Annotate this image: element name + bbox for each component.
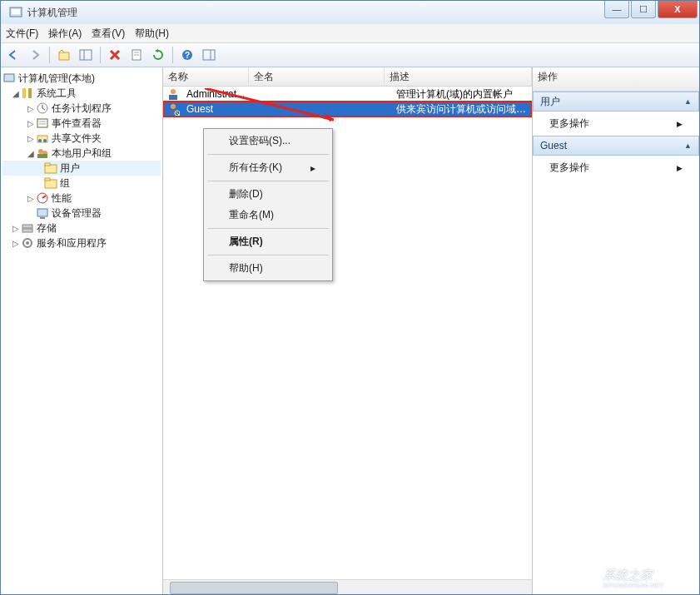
user-icon — [166, 87, 180, 101]
app-window: 计算机管理 — ☐ X 文件(F) 操作(A) 查看(V) 帮助(H) ? 计算… — [0, 0, 700, 595]
col-desc[interactable]: 描述 — [385, 67, 532, 86]
menu-help[interactable]: 帮助(H) — [135, 27, 169, 41]
svg-rect-39 — [169, 95, 177, 100]
menu-view[interactable]: 查看(V) — [92, 27, 125, 41]
refresh-button[interactable] — [149, 46, 167, 64]
help-button[interactable]: ? — [178, 46, 196, 64]
col-name[interactable]: 名称 — [163, 67, 249, 86]
delete-button[interactable] — [106, 46, 124, 64]
actions-pane: 操作 用户▲ 更多操作▶ Guest▲ 更多操作▶ — [533, 67, 699, 594]
ctx-set-password[interactable]: 设置密码(S)... — [206, 131, 330, 151]
action-pane-button[interactable] — [200, 46, 218, 64]
svg-rect-2 — [59, 52, 69, 60]
tree-shared-folders[interactable]: ▷共享文件夹 — [2, 131, 161, 146]
svg-rect-28 — [45, 178, 50, 181]
svg-rect-31 — [40, 217, 45, 219]
ctx-properties[interactable]: 属性(R) — [206, 231, 330, 252]
svg-point-21 — [43, 139, 47, 142]
window-title: 计算机管理 — [27, 6, 696, 20]
forward-button[interactable] — [26, 46, 44, 64]
context-menu: 设置密码(S)... 所有任务(K)▸ 删除(D) 重命名(M) 属性(R) 帮… — [203, 128, 333, 281]
action-more-users[interactable]: 更多操作▶ — [533, 112, 699, 136]
back-button[interactable] — [4, 46, 22, 64]
submenu-arrow-icon: ▸ — [310, 162, 315, 174]
svg-rect-14 — [28, 88, 32, 98]
tree-local-users-groups[interactable]: ◢本地用户和组 — [2, 146, 161, 161]
user-list[interactable]: Administrat... 管理计算机(域)的内置帐户 Guest 供来宾访问… — [163, 87, 532, 579]
tree-device-manager[interactable]: 设备管理器 — [2, 206, 161, 221]
collapse-icon: ▲ — [684, 141, 692, 150]
tree-event-viewer[interactable]: ▷事件查看器 — [2, 116, 161, 131]
tree-services-apps[interactable]: ▷服务和应用程序 — [2, 236, 161, 250]
action-more-guest[interactable]: 更多操作▶ — [533, 156, 699, 180]
scrollbar-thumb[interactable] — [170, 582, 338, 594]
menu-action[interactable]: 操作(A) — [48, 27, 82, 41]
svg-rect-10 — [203, 50, 215, 60]
nav-tree[interactable]: 计算机管理(本地) ◢系统工具 ▷任务计划程序 ▷事件查看器 ▷共享文件夹 ◢本… — [1, 67, 163, 594]
properties-button[interactable] — [127, 46, 146, 64]
watermark: 系统之家XITONGZHIJIA.NET — [578, 561, 694, 589]
tree-root[interactable]: 计算机管理(本地) — [2, 71, 161, 86]
ctx-delete[interactable]: 删除(D) — [206, 184, 330, 205]
svg-rect-16 — [37, 119, 47, 127]
svg-text:?: ? — [185, 51, 190, 60]
svg-rect-24 — [37, 154, 47, 158]
title-bar[interactable]: 计算机管理 — ☐ X — [1, 1, 699, 24]
svg-rect-26 — [45, 163, 50, 166]
actions-section-users[interactable]: 用户▲ — [533, 92, 699, 112]
list-pane: 名称 全名 描述 Administrat... 管理计算机(域)的内置帐户 — [163, 67, 533, 594]
svg-rect-1 — [12, 9, 20, 14]
tree-system-tools[interactable]: ◢系统工具 — [2, 86, 161, 101]
minimize-button[interactable]: — — [604, 1, 629, 18]
svg-rect-32 — [22, 225, 32, 228]
ctx-rename[interactable]: 重命名(M) — [206, 205, 330, 226]
up-button[interactable] — [55, 46, 73, 64]
collapse-icon: ▲ — [684, 97, 692, 106]
list-row-administrator[interactable]: Administrat... 管理计算机(域)的内置帐户 — [163, 87, 532, 102]
svg-rect-3 — [80, 50, 92, 60]
svg-rect-12 — [4, 74, 14, 82]
close-button[interactable]: X — [658, 1, 698, 18]
maximize-button[interactable]: ☐ — [631, 1, 656, 18]
col-fullname[interactable]: 全名 — [249, 67, 385, 86]
ctx-all-tasks[interactable]: 所有任务(K)▸ — [206, 157, 330, 178]
tree-performance[interactable]: ▷性能 — [2, 191, 161, 206]
svg-rect-30 — [37, 209, 47, 216]
tree-groups[interactable]: 组 — [2, 176, 161, 191]
svg-text:XITONGZHIJIA.NET: XITONGZHIJIA.NET — [602, 582, 664, 589]
actions-title: 操作 — [533, 67, 699, 92]
svg-point-20 — [38, 139, 42, 142]
svg-rect-33 — [22, 229, 32, 232]
submenu-arrow-icon: ▶ — [677, 164, 683, 172]
submenu-arrow-icon: ▶ — [677, 120, 683, 128]
ctx-help[interactable]: 帮助(H) — [206, 258, 330, 279]
svg-rect-43 — [586, 578, 593, 584]
app-icon — [9, 6, 22, 19]
toolbar: ? — [1, 43, 699, 67]
user-disabled-icon — [166, 102, 180, 116]
tree-users[interactable]: 用户 — [2, 161, 161, 176]
horizontal-scrollbar[interactable] — [163, 579, 532, 594]
svg-point-38 — [171, 89, 176, 94]
menu-bar: 文件(F) 操作(A) 查看(V) 帮助(H) — [1, 24, 699, 43]
menu-file[interactable]: 文件(F) — [6, 27, 38, 41]
svg-rect-13 — [22, 88, 26, 98]
list-header[interactable]: 名称 全名 描述 — [163, 67, 532, 87]
svg-point-35 — [26, 241, 29, 245]
tree-storage[interactable]: ▷存储 — [2, 221, 161, 236]
show-hide-tree-button[interactable] — [77, 46, 95, 64]
actions-section-guest[interactable]: Guest▲ — [533, 136, 699, 156]
list-row-guest[interactable]: Guest 供来宾访问计算机或访问域的内... — [163, 102, 532, 117]
tree-task-scheduler[interactable]: ▷任务计划程序 — [2, 101, 161, 116]
svg-text:系统之家: 系统之家 — [603, 568, 654, 582]
svg-point-40 — [171, 104, 176, 109]
